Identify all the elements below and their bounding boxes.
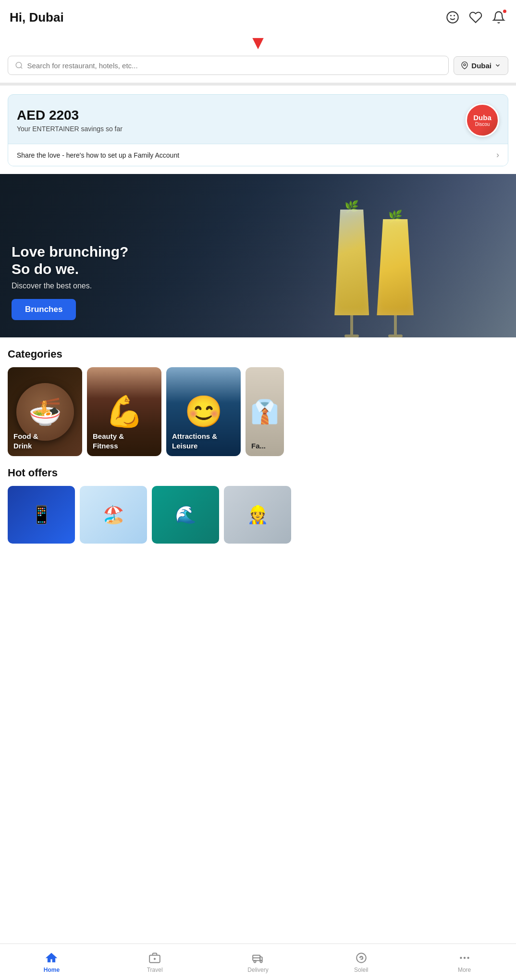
offer-1-icon: 📱 xyxy=(31,505,52,525)
chevron-down-icon xyxy=(494,62,501,69)
offer-card-2[interactable]: 🏖️ xyxy=(80,486,147,544)
savings-top: AED 2203 Your ENTERTAINER savings so far… xyxy=(8,95,508,144)
offer-2-icon: 🏖️ xyxy=(103,505,124,525)
category-fashion[interactable]: 👔 Fa... xyxy=(246,367,284,456)
chevron-right-icon: › xyxy=(496,150,499,160)
location-label: Dubai xyxy=(471,62,491,70)
search-icon xyxy=(15,61,23,70)
categories-title: Categories xyxy=(0,337,516,367)
heart-icon[interactable] xyxy=(468,10,483,25)
category-beauty-fitness[interactable]: 💪 Beauty &Fitness xyxy=(87,367,161,456)
champagne-glass-1: 🌿 xyxy=(332,210,371,337)
savings-banner: AED 2203 Your ENTERTAINER savings so far… xyxy=(8,94,508,166)
category-food-label: Food &Drink xyxy=(13,432,38,450)
offer-4-icon: 👷 xyxy=(247,505,269,525)
savings-amount: AED 2203 xyxy=(17,108,123,123)
savings-cta[interactable]: Share the love - here's how to set up a … xyxy=(8,144,508,166)
glass-bowl-1 xyxy=(332,210,371,315)
categories-row: 🍜 Food &Drink 💪 Beauty &Fitness 😊 Attrac… xyxy=(0,367,516,456)
dubai-badge: Duba Discou xyxy=(466,103,499,137)
notification-badge xyxy=(502,9,507,14)
promo-banner[interactable]: 🌿 🌿 Love brunching? So do we. Discover t… xyxy=(0,174,516,337)
hot-offers-row: 📱 🏖️ 🌊 👷 xyxy=(0,486,516,553)
header: Hi, Dubai xyxy=(0,0,516,31)
offer-card-1[interactable]: 📱 xyxy=(8,486,75,544)
glass-stem-2 xyxy=(394,315,397,335)
badge-line2: Discou xyxy=(475,122,490,127)
glass-bowl-2 xyxy=(375,219,416,315)
drinks-visual: 🌿 🌿 xyxy=(232,174,516,337)
offer-card-3[interactable]: 🌊 xyxy=(152,486,219,544)
search-input[interactable] xyxy=(27,62,442,70)
bell-icon[interactable] xyxy=(491,10,506,25)
location-icon xyxy=(461,62,468,69)
promo-content: Love brunching? So do we. Discover the b… xyxy=(12,243,128,320)
search-input-wrapper[interactable] xyxy=(8,56,449,75)
search-bar: Dubai xyxy=(0,56,516,83)
savings-subtitle: Your ENTERTAINER savings so far xyxy=(17,125,123,133)
location-button[interactable]: Dubai xyxy=(454,56,508,75)
greeting: Hi, Dubai xyxy=(10,10,64,25)
svg-line-4 xyxy=(21,67,22,68)
brunches-button[interactable]: Brunches xyxy=(12,299,76,320)
category-attractions-label: Attractions &Leisure xyxy=(172,432,217,450)
glass-base-2 xyxy=(388,335,403,337)
savings-cta-text: Share the love - here's how to set up a … xyxy=(17,151,179,159)
champagne-glass-2: 🌿 xyxy=(375,219,416,337)
glass-stem-1 xyxy=(350,315,353,335)
badge-line1: Duba xyxy=(473,113,491,122)
glass-base-1 xyxy=(344,335,359,337)
promo-headline: Love brunching? So do we. xyxy=(12,243,128,278)
offer-3-icon: 🌊 xyxy=(175,505,197,525)
category-attractions[interactable]: 😊 Attractions &Leisure xyxy=(166,367,241,456)
down-arrow-icon: ▼ xyxy=(248,33,268,52)
arrow-container: ▼ xyxy=(0,31,516,56)
svg-point-5 xyxy=(464,64,466,66)
promo-subtitle: Discover the best ones. xyxy=(12,282,128,290)
section-divider xyxy=(0,83,516,86)
svg-point-3 xyxy=(16,62,22,68)
header-icons xyxy=(445,10,506,25)
svg-point-0 xyxy=(447,12,458,23)
offer-card-4[interactable]: 👷 xyxy=(224,486,291,544)
smiley-icon[interactable] xyxy=(445,10,460,25)
category-food-drink[interactable]: 🍜 Food &Drink xyxy=(8,367,82,456)
category-beauty-label: Beauty &Fitness xyxy=(93,432,124,450)
hot-offers-title: Hot offers xyxy=(0,456,516,486)
category-fashion-label: Fa... xyxy=(251,441,266,451)
savings-text: AED 2203 Your ENTERTAINER savings so far xyxy=(17,108,123,133)
